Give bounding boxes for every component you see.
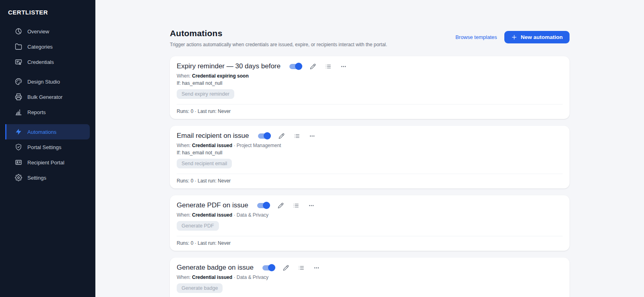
when-value: Credential issued xyxy=(192,274,232,280)
sidebar: CERTLISTER Overview Categories Credentia… xyxy=(0,0,95,297)
automation-card: Email recipient on issue When: Credentia… xyxy=(170,126,570,188)
main-content: Automations Trigger actions automaticall… xyxy=(95,0,644,297)
when-suffix: · Project Management xyxy=(232,143,281,148)
printer-icon xyxy=(15,93,22,100)
toggle-knob xyxy=(295,63,302,70)
sidebar-item-label: Credentials xyxy=(27,59,54,65)
sidebar-item-label: Automations xyxy=(27,129,56,135)
automation-title: Email recipient on issue xyxy=(177,132,249,140)
brand-logo: CERTLISTER xyxy=(0,0,95,24)
runs-line: Runs: 0 · Last run: Never xyxy=(177,178,563,184)
toggle-knob xyxy=(263,202,270,209)
when-line: When: Credential issued · Data & Privacy xyxy=(177,212,563,218)
ellipsis-icon xyxy=(341,63,347,70)
automation-title: Generate PDF on issue xyxy=(177,201,248,209)
plus-icon xyxy=(511,34,517,40)
logs-button[interactable] xyxy=(293,203,299,209)
when-value: Credential expiring soon xyxy=(192,73,249,79)
automation-title: Expiry reminder — 30 days before xyxy=(177,62,281,70)
sidebar-item-label: Settings xyxy=(27,175,46,181)
action-chip: Generate badge xyxy=(177,283,223,293)
list-icon xyxy=(293,203,299,209)
more-button[interactable] xyxy=(308,203,314,209)
edit-button[interactable] xyxy=(283,265,289,271)
when-line: When: Credential issued · Project Manage… xyxy=(177,143,563,148)
more-button[interactable] xyxy=(314,265,320,271)
page-header: Automations Trigger actions automaticall… xyxy=(170,29,570,47)
runs-line: Runs: 0 · Last run: Never xyxy=(177,109,563,114)
page-title: Automations xyxy=(170,29,387,38)
logs-button[interactable] xyxy=(325,63,331,70)
card-footer: Runs: 0 · Last run: Never xyxy=(177,174,563,184)
nav-group-tools: Design Studio Bulk Generator Reports xyxy=(5,74,90,120)
action-chip: Send recipient email xyxy=(177,159,232,168)
enabled-toggle[interactable] xyxy=(257,203,269,208)
if-line: If: has_email not_null xyxy=(177,150,563,156)
sidebar-item-label: Portal Settings xyxy=(27,144,62,150)
nav-group-library: Overview Categories Credentials xyxy=(5,24,90,70)
list-icon xyxy=(298,265,304,271)
palette-icon xyxy=(15,78,22,85)
automation-title: Generate badge on issue xyxy=(177,264,254,272)
sidebar-item-reports[interactable]: Reports xyxy=(5,104,90,120)
lightning-icon xyxy=(15,128,22,135)
pencil-icon xyxy=(310,63,316,70)
pencil-icon xyxy=(283,265,289,271)
shield-check-icon xyxy=(15,143,22,151)
nav-group-settings: Automations Portal Settings Recipient Po… xyxy=(5,124,90,185)
sidebar-item-recipient-portal[interactable]: Recipient Portal xyxy=(5,155,90,170)
enabled-toggle[interactable] xyxy=(289,64,301,69)
new-automation-label: New automation xyxy=(521,34,563,40)
list-icon xyxy=(325,63,331,70)
ellipsis-icon xyxy=(314,265,320,271)
sidebar-item-label: Categories xyxy=(27,44,53,50)
automation-card: Generate badge on issue When: Credential… xyxy=(170,258,570,297)
edit-button[interactable] xyxy=(310,63,316,70)
sidebar-item-overview[interactable]: Overview xyxy=(5,24,90,39)
logs-button[interactable] xyxy=(294,133,300,139)
page-header-text: Automations Trigger actions automaticall… xyxy=(170,29,387,47)
sidebar-item-label: Overview xyxy=(27,29,49,35)
sidebar-item-settings[interactable]: Settings xyxy=(5,170,90,185)
folder-icon xyxy=(15,43,22,50)
ellipsis-icon xyxy=(308,203,314,209)
automation-card: Generate PDF on issue When: Credential i… xyxy=(170,195,570,251)
sidebar-item-portal-settings[interactable]: Portal Settings xyxy=(5,139,90,155)
sidebar-item-label: Reports xyxy=(27,109,46,115)
new-automation-button[interactable]: New automation xyxy=(504,31,570,43)
sidebar-item-bulk-generator[interactable]: Bulk Generator xyxy=(5,89,90,104)
certificate-icon xyxy=(15,58,22,66)
action-chip: Send expiry reminder xyxy=(177,89,234,99)
more-button[interactable] xyxy=(309,133,315,139)
header-actions: Browse templates New automation xyxy=(455,31,570,43)
logs-button[interactable] xyxy=(298,265,304,271)
when-suffix: · Data & Privacy xyxy=(232,274,268,280)
sidebar-item-categories[interactable]: Categories xyxy=(5,39,90,54)
sidebar-item-credentials[interactable]: Credentials xyxy=(5,54,90,70)
card-footer: Runs: 0 · Last run: Never xyxy=(177,104,563,114)
action-chip: Generate PDF xyxy=(177,221,219,231)
runs-line: Runs: 0 · Last run: Never xyxy=(177,240,563,246)
more-button[interactable] xyxy=(341,63,347,70)
automation-card: Expiry reminder — 30 days before When: C… xyxy=(170,56,570,119)
gear-icon xyxy=(15,174,22,181)
when-value: Credential issued xyxy=(192,212,232,218)
when-value: Credential issued xyxy=(192,143,232,148)
sidebar-item-label: Recipient Portal xyxy=(27,160,64,166)
when-line: When: Credential issued · Data & Privacy xyxy=(177,274,563,280)
if-line: If: has_email not_null xyxy=(177,80,563,86)
sidebar-item-label: Bulk Generator xyxy=(27,94,62,100)
sidebar-item-label: Design Studio xyxy=(27,79,60,85)
card-footer: Runs: 0 · Last run: Never xyxy=(177,236,563,246)
edit-button[interactable] xyxy=(279,133,285,139)
browse-templates-link[interactable]: Browse templates xyxy=(455,34,497,40)
when-suffix: · Data & Privacy xyxy=(232,212,268,218)
toggle-knob xyxy=(264,132,271,139)
sidebar-item-design-studio[interactable]: Design Studio xyxy=(5,74,90,89)
enabled-toggle[interactable] xyxy=(258,133,270,139)
sidebar-nav: Overview Categories Credentials Design S… xyxy=(0,24,95,185)
pie-chart-icon xyxy=(15,28,22,35)
sidebar-item-automations[interactable]: Automations xyxy=(5,124,90,139)
enabled-toggle[interactable] xyxy=(262,265,274,270)
edit-button[interactable] xyxy=(278,203,284,209)
